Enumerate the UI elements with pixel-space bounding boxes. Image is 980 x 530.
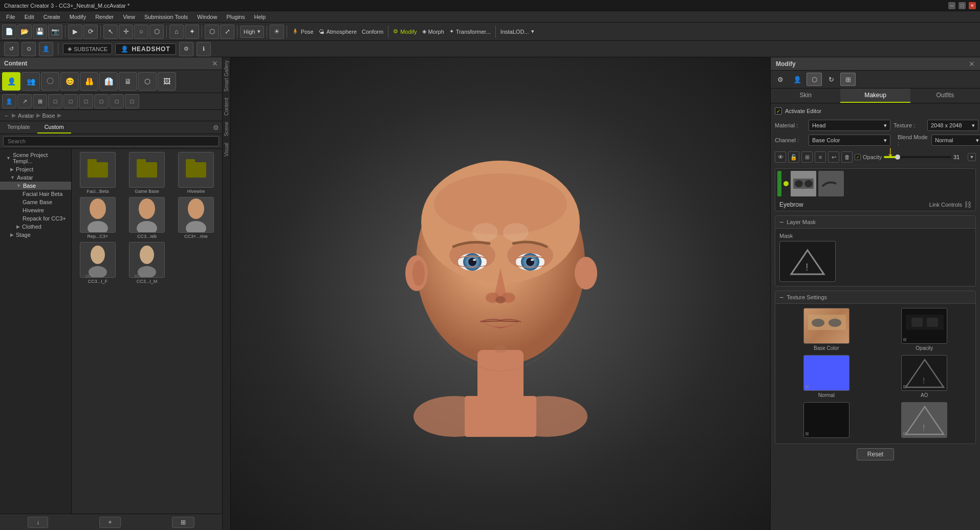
tree-scene-project[interactable]: ▼ Scene Project Templ... [0,151,71,165]
layer-mask-header[interactable]: − Layer Mask [775,216,975,229]
tab-outfits[interactable]: Outfits [910,89,980,103]
icon-body[interactable]: 🦺 [80,72,98,91]
search-input[interactable] [3,136,219,146]
breadcrumb-back[interactable]: ← [4,113,10,119]
download-button[interactable]: ↓ [28,517,48,528]
btn5[interactable]: ▶ [68,25,82,39]
tex-thumb-base-color[interactable]: ⛓ [803,308,850,344]
instalod-label[interactable]: InstaLOD... ▾ [498,28,536,35]
snapshot-button[interactable]: 📷 [48,25,62,39]
icon-node[interactable]: ⬡ [138,72,157,91]
channel-select[interactable]: Base Color ▾ [809,135,890,146]
menu-plugins[interactable]: Plugins [222,13,249,21]
sun-btn[interactable]: ☀ [270,25,284,39]
grid-item-cc3-f[interactable]: CC3 CC3...I_F [75,242,121,284]
menu-edit[interactable]: Edit [20,13,38,21]
grid-item-facial-beta[interactable]: Faci...Beta [75,152,121,194]
tree-clothed[interactable]: ▶ Clothed [0,223,71,231]
opacity-checkbox[interactable]: ✓ [855,154,861,160]
layer-flatten-btn[interactable]: ≡ [815,151,826,163]
grid-item-cc3-m[interactable]: CC3 CC3...I_M [124,242,170,284]
tex-thumb-normal[interactable]: ⛓ [803,355,850,391]
grid-item-cc3-ieb[interactable]: CC3...Ieb [124,197,170,239]
side-tab-content[interactable]: Content [223,95,230,119]
blend-mode-select[interactable]: Normal ▾ [931,135,980,146]
menu-view[interactable]: View [119,13,139,21]
morph-label[interactable]: ◈ Morph [420,28,446,35]
btn6[interactable]: ⟳ [83,25,98,39]
menu-submission-tools[interactable]: Submission Tools [140,13,192,21]
breadcrumb-base[interactable]: Base [42,113,55,119]
modify-label[interactable]: ⚙ Modify [391,28,419,35]
tree-repack[interactable]: Repack for CC3+ [0,214,71,223]
rt-btn-settings[interactable]: ⚙ [773,73,788,86]
pose-label[interactable]: 🧍 Pose [290,28,316,35]
modify-panel-close[interactable]: ✕ [969,60,975,68]
tree-facial-hair[interactable]: Facial Hair Beta [0,190,71,198]
layer-delete-btn[interactable]: 🗑 [841,151,853,163]
tex-thumb-row3-1[interactable]: ⛓ [803,402,850,438]
quality-dropdown[interactable]: High ▾ [240,26,264,38]
icon-monitor[interactable]: 🖥 [119,72,137,91]
layer-eye-btn[interactable]: 👁 [775,151,786,163]
new-button[interactable]: 📄 [2,25,16,39]
icon-avatar[interactable]: 👤 [2,72,20,91]
icon-small-6[interactable]: □ [79,94,93,108]
secondary-btn3[interactable]: 👤 [39,42,53,56]
icon-people[interactable]: 👥 [21,72,40,91]
save-button[interactable]: 💾 [33,25,47,39]
icon-small-arrow[interactable]: ↗ [17,94,32,108]
icon-small-5[interactable]: □ [63,94,78,108]
headshot-button[interactable]: 👤 HEADSHOT [115,43,176,55]
texture-settings-header[interactable]: − Texture Settings [775,291,975,304]
btn7[interactable]: ⌂ [169,25,184,39]
grid-item-hivewire[interactable]: Hivewire [173,152,219,194]
tab-custom[interactable]: Custom [37,121,71,134]
rt-btn-grid[interactable]: ⊞ [840,73,856,86]
icon-cloth[interactable]: 👔 [99,72,118,91]
atmosphere-label[interactable]: 🌤 Atmosphere [317,29,359,35]
icon-small-7[interactable]: □ [94,94,108,108]
conform-label[interactable]: Conform [360,29,385,35]
headshot-info[interactable]: ℹ [197,42,211,56]
icon-face[interactable]: 😊 [60,72,79,91]
secondary-btn2[interactable]: ⊙ [21,42,36,56]
tree-base[interactable]: ▼ Base [0,182,71,190]
activate-editor-checkbox[interactable]: ✓ [775,107,782,115]
icon-small-9[interactable]: □ [125,94,139,108]
texture-select[interactable]: 2048 x 2048 ▾ [927,120,978,131]
tex-thumb-opacity[interactable]: ⛓ [901,308,947,344]
minimize-button[interactable]: ─ [948,2,955,9]
tree-project[interactable]: ▶ Project [0,165,71,173]
close-button[interactable]: ✕ [969,2,976,9]
menu-window[interactable]: Window [193,13,221,21]
menu-help[interactable]: Help [250,13,270,21]
btn8[interactable]: ✦ [185,25,199,39]
menu-render[interactable]: Render [91,13,118,21]
tree-avatar[interactable]: ▼ Avatar [0,173,71,182]
select-tool[interactable]: ↖ [103,25,118,39]
layer-undo-btn[interactable]: ↩ [828,151,839,163]
tree-stage[interactable]: ▶ Stage [0,231,71,239]
content-settings-btn[interactable]: ⚙ [210,121,222,134]
icon-hair[interactable]: 〇 [41,72,59,91]
tab-template[interactable]: Template [0,121,37,134]
tex-thumb-ao[interactable]: ⛓ ! [901,355,947,391]
icon-image[interactable]: 🖼 [158,72,176,91]
menu-create[interactable]: Create [39,13,64,21]
menu-file[interactable]: File [2,13,19,21]
reset-button[interactable]: Reset [857,448,894,460]
tree-hivewire[interactable]: Hivewire [0,206,71,214]
menu-modify[interactable]: Modify [66,13,90,21]
side-tab-smart-gallery[interactable]: Smart Gallery [223,57,230,95]
tab-skin[interactable]: Skin [771,89,840,103]
rt-btn-layers[interactable]: ⬡ [807,73,822,86]
btn10[interactable]: ⤢ [220,25,234,39]
open-button[interactable]: 📂 [17,25,32,39]
layer-copy-btn[interactable]: ⊞ [801,151,813,163]
content-panel-close[interactable]: ✕ [212,59,218,68]
opacity-slider[interactable] [884,156,951,158]
grid-toggle-button[interactable]: ⊞ [172,517,194,528]
icon-small-8[interactable]: □ [110,94,124,108]
maximize-button[interactable]: □ [959,2,966,9]
